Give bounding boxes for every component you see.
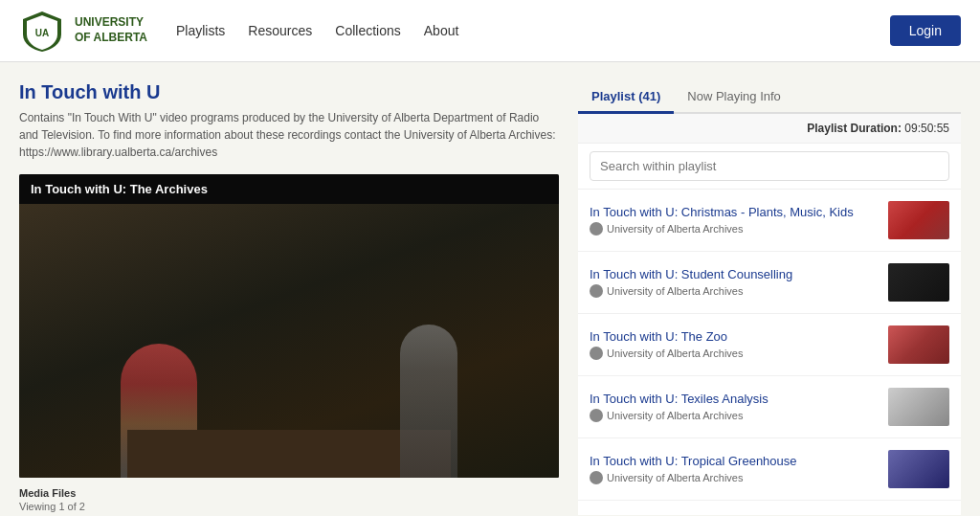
svg-text:UA: UA [35, 28, 49, 38]
nav-playlists[interactable]: Playlists [176, 23, 225, 38]
header: UA UNIVERSITY OF ALBERTA Playlists Resou… [0, 0, 980, 62]
figure-2 [400, 325, 457, 478]
video-frame [19, 204, 559, 478]
source-icon-2 [590, 284, 603, 298]
item-source-4: University of Alberta Archives [590, 409, 879, 422]
university-logo-icon: UA [19, 8, 65, 54]
page-description: Contains "In Touch With U" video program… [19, 109, 559, 161]
main-container: In Touch with U Contains "In Touch With … [0, 62, 980, 516]
nav-resources[interactable]: Resources [248, 23, 312, 38]
search-input[interactable] [590, 151, 949, 181]
video-scene [19, 204, 559, 478]
main-nav: Playlists Resources Collections About [176, 23, 458, 38]
item-thumb-2 [888, 263, 949, 302]
item-thumb-3 [888, 325, 949, 364]
media-files-label: Media Files [19, 487, 559, 499]
duration-value: 09:50:55 [904, 122, 949, 135]
tab-now-playing[interactable]: Now Playing Info [674, 81, 794, 114]
logo-area: UA UNIVERSITY OF ALBERTA [19, 8, 147, 54]
item-thumb-5 [888, 450, 949, 488]
item-thumb-4 [888, 388, 949, 426]
page-title: In Touch with U [19, 81, 559, 103]
viewing-label: Viewing 1 of 2 [19, 501, 559, 512]
item-thumb-1 [888, 201, 949, 239]
item-source-3: University of Alberta Archives [590, 347, 879, 360]
video-figures [19, 233, 559, 478]
item-info-3: In Touch with U: The Zoo University of A… [590, 329, 879, 360]
duration-label: Playlist Duration: [807, 122, 902, 135]
playlist-items: In Touch with U: Christmas - Plants, Mus… [578, 190, 961, 515]
left-panel: In Touch with U Contains "In Touch With … [19, 81, 559, 516]
login-button[interactable]: Login [890, 15, 961, 46]
item-source-1: University of Alberta Archives [590, 222, 879, 236]
tab-playlist[interactable]: Playlist (41) [578, 81, 674, 114]
search-bar [578, 144, 961, 190]
thumb-image-1 [888, 201, 949, 239]
playlist-tabs: Playlist (41) Now Playing Info [578, 81, 961, 114]
media-files-section: Media Files Viewing 1 of 2 1 2 [19, 487, 559, 516]
item-title-5: In Touch with U: Tropical Greenhouse [590, 454, 879, 468]
playlist-item-1[interactable]: In Touch with U: Christmas - Plants, Mus… [578, 190, 961, 252]
item-title-1: In Touch with U: Christmas - Plants, Mus… [590, 205, 879, 219]
source-icon-4 [590, 409, 603, 422]
item-source-2: University of Alberta Archives [590, 284, 879, 298]
video-overlay: In Touch with U: The Archives [19, 174, 559, 478]
item-title-3: In Touch with U: The Zoo [590, 329, 879, 344]
playlist-item-2[interactable]: In Touch with U: Student Counselling Uni… [578, 252, 961, 314]
thumb-image-5 [888, 450, 949, 488]
video-title-bar: In Touch with U: The Archives [19, 174, 559, 204]
item-info-4: In Touch with U: Texiles Analysis Univer… [590, 392, 879, 422]
item-title-2: In Touch with U: Student Counselling [590, 267, 879, 281]
playlist-item-3[interactable]: In Touch with U: The Zoo University of A… [578, 314, 961, 376]
header-left: UA UNIVERSITY OF ALBERTA Playlists Resou… [19, 8, 458, 54]
playlist-item-4[interactable]: In Touch with U: Texiles Analysis Univer… [578, 376, 961, 438]
source-icon-5 [590, 471, 603, 484]
playlist-item-5[interactable]: In Touch with U: Tropical Greenhouse Uni… [578, 438, 961, 501]
item-title-4: In Touch with U: Texiles Analysis [590, 392, 879, 406]
logo-text: UNIVERSITY OF ALBERTA [75, 15, 147, 45]
item-source-5: University of Alberta Archives [590, 471, 879, 484]
item-info-1: In Touch with U: Christmas - Plants, Mus… [590, 205, 879, 236]
source-icon-1 [590, 222, 603, 236]
nav-collections[interactable]: Collections [335, 23, 400, 38]
video-player: In Touch with U: The Archives [19, 174, 559, 478]
nav-about[interactable]: About [424, 23, 459, 38]
thumb-image-3 [888, 325, 949, 364]
item-info-5: In Touch with U: Tropical Greenhouse Uni… [590, 454, 879, 484]
source-icon-3 [590, 347, 603, 360]
thumb-image-4 [888, 388, 949, 426]
right-panel: Playlist (41) Now Playing Info Playlist … [578, 81, 961, 516]
thumb-image-2 [888, 263, 949, 302]
item-info-2: In Touch with U: Student Counselling Uni… [590, 267, 879, 298]
playlist-header: Playlist Duration: 09:50:55 [578, 114, 961, 144]
